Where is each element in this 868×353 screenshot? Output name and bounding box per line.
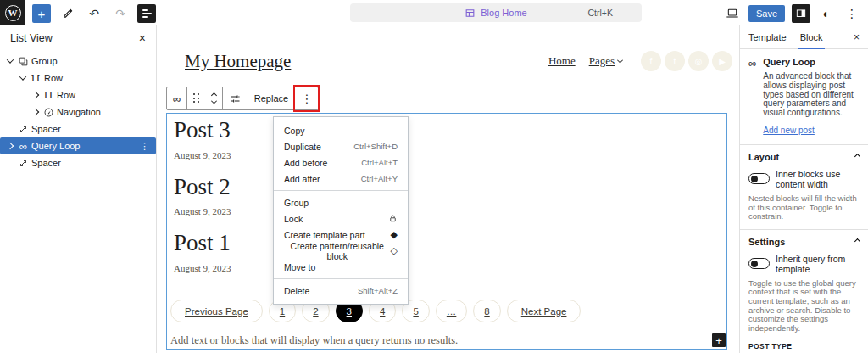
save-button[interactable]: Save [748, 5, 785, 22]
settings-panel-header[interactable]: Settings [740, 230, 868, 253]
undo-icon[interactable]: ↶ [85, 4, 103, 23]
menu-item-group[interactable]: Group [274, 194, 408, 210]
post-date[interactable]: August 9, 2023 [174, 263, 231, 273]
pattern-icon: ◇ [391, 246, 398, 255]
site-header: My Homepage Home Pages ft◎▶ [185, 41, 732, 81]
chevron-up-icon [854, 154, 860, 160]
group-icon [15, 56, 31, 67]
post-title[interactable]: Post 1 [174, 231, 231, 256]
settings-sidebar-toggle-icon[interactable] [792, 4, 810, 23]
post-item: Post 2August 9, 2023 [174, 175, 231, 217]
list-view-item-label: Row [44, 73, 63, 83]
more-options-icon[interactable]: ⋮ [843, 4, 861, 23]
post-date[interactable]: August 9, 2023 [174, 206, 231, 216]
inherit-query-toggle[interactable] [748, 258, 770, 269]
wordpress-logo-icon[interactable]: W [0, 0, 25, 25]
close-list-view-icon[interactable]: × [139, 32, 146, 44]
no-results-placeholder[interactable]: Add text or blocks that will display whe… [170, 334, 458, 347]
list-view-item-label: Row [57, 90, 75, 100]
list-view-item-label: Navigation [57, 107, 101, 117]
instagram-icon[interactable]: ◎ [688, 51, 709, 71]
drag-handle-icon[interactable] [187, 87, 206, 109]
menu-item-lock[interactable]: Lock [274, 210, 408, 227]
close-sidebar-icon[interactable]: × [854, 32, 860, 42]
menu-item-label: Duplicate [284, 142, 321, 152]
navigation-icon [41, 107, 57, 118]
add-new-post-link[interactable]: Add new post [763, 126, 815, 135]
nav-link-pages[interactable]: Pages [589, 54, 622, 68]
nav-link-home[interactable]: Home [548, 54, 576, 68]
chevron-up-icon [854, 238, 860, 244]
tab-template[interactable]: Template [748, 25, 787, 48]
menu-item-copy[interactable]: Copy [274, 122, 408, 138]
menu-divider [274, 278, 408, 279]
post-type-label: POST TYPE [740, 340, 868, 353]
annotation-highlight [293, 85, 320, 112]
list-view-toggle-icon[interactable] [137, 4, 156, 23]
replace-button[interactable]: Replace [248, 87, 294, 109]
post-title[interactable]: Post 3 [174, 118, 231, 143]
move-up-down-icons[interactable] [206, 87, 222, 109]
list-view-item-navigation[interactable]: Navigation [0, 104, 156, 120]
menu-item-create-pattern-reusable-block[interactable]: Create pattern/reusable block◇ [274, 243, 408, 259]
redo-icon[interactable]: ↷ [111, 4, 130, 23]
facebook-icon[interactable]: f [641, 51, 661, 71]
query-loop-icon: ∞ [15, 141, 31, 152]
previous-page-button[interactable]: Previous Page [170, 300, 263, 322]
query-loop-block-icon[interactable]: ∞ [167, 87, 186, 109]
content-width-toggle-label: Inner blocks use content width [776, 169, 860, 189]
list-view-item-row[interactable]: ][Row [0, 87, 156, 104]
menu-item-label: Add before [284, 158, 327, 168]
menu-shortcut: Ctrl+Shift+D [353, 142, 398, 151]
content-width-toggle[interactable] [748, 173, 770, 184]
youtube-icon[interactable]: ▶ [712, 51, 732, 71]
block-options-kebab-icon[interactable]: ⋮ [295, 87, 318, 109]
settings-help-text: Toggle to use the global query context t… [740, 278, 868, 341]
settings-panel: Settings Inherit query from template Tog… [740, 229, 868, 353]
edit-pencil-icon[interactable] [58, 4, 77, 23]
list-view-item-spacer[interactable]: Spacer [0, 120, 156, 137]
item-options-kebab-icon[interactable]: ⋮ [140, 141, 156, 152]
spacer-icon [15, 158, 31, 169]
row-icon: ][ [41, 91, 57, 99]
chevron-right-icon[interactable] [30, 92, 41, 98]
chevron-right-icon[interactable] [4, 143, 15, 148]
layout-panel-header[interactable]: Layout [740, 145, 868, 168]
list-view-item-group[interactable]: Group [0, 53, 156, 70]
command-center[interactable]: Blog Home Ctrl+K [350, 3, 642, 22]
display-settings-icon[interactable] [223, 87, 248, 109]
query-loop-block-selected[interactable]: Post 3August 9, 2023Post 2August 9, 2023… [166, 113, 727, 350]
post-date[interactable]: August 9, 2023 [174, 150, 231, 160]
chevron-down-icon[interactable] [17, 76, 28, 81]
tab-block[interactable]: Block [800, 25, 823, 48]
row-icon: ][ [28, 74, 44, 82]
list-view-item-query-loop[interactable]: ∞Query Loop⋮ [0, 137, 156, 154]
block-options-menu: CopyDuplicateCtrl+Shift+DAdd beforeCtrl+… [273, 116, 409, 305]
styles-contrast-icon[interactable]: ◐ [817, 4, 836, 23]
block-inserter-button[interactable]: + [32, 4, 51, 23]
next-page-button[interactable]: Next Page [507, 300, 581, 322]
twitter-icon[interactable]: t [665, 51, 685, 71]
page-button-8[interactable]: 8 [473, 300, 500, 322]
menu-item-move-to[interactable]: Move to [274, 259, 408, 275]
block-appender-button[interactable]: + [712, 333, 726, 347]
post-title[interactable]: Post 2 [174, 175, 231, 200]
menu-item-add-after[interactable]: Add afterCtrl+Alt+Y [274, 171, 408, 187]
site-title[interactable]: My Homepage [185, 51, 291, 72]
menu-item-add-before[interactable]: Add beforeCtrl+Alt+T [274, 154, 408, 171]
page-button-…[interactable]: … [436, 300, 468, 322]
menu-item-delete[interactable]: DeleteShift+Alt+Z [274, 283, 408, 299]
layout-help-text: Nested blocks will fill the width of thi… [740, 193, 868, 229]
chevron-down-icon[interactable] [4, 59, 15, 64]
list-view-item-spacer[interactable]: Spacer [0, 154, 156, 171]
spacer-icon [15, 124, 31, 135]
menu-item-duplicate[interactable]: DuplicateCtrl+Shift+D [274, 138, 408, 154]
chevron-down-icon [617, 57, 623, 63]
command-center-label: Blog Home [481, 8, 526, 18]
menu-item-label: Copy [284, 126, 305, 136]
menu-item-label: Create template part [284, 230, 365, 240]
chevron-right-icon[interactable] [30, 109, 41, 115]
editor-canvas: My Homepage Home Pages ft◎▶ ∞ Replace ⋮ [158, 25, 739, 353]
list-view-item-row[interactable]: ][Row [0, 70, 156, 87]
device-preview-icon[interactable] [723, 4, 742, 23]
